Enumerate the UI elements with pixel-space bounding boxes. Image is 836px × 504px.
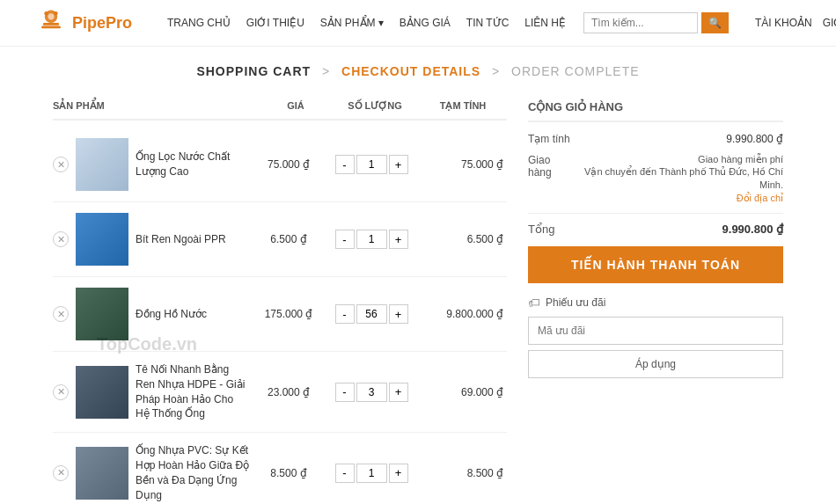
decrease-qty-button[interactable]: - bbox=[335, 464, 355, 483]
item-info: ✕ Ống Nhựa PVC: Sự Kết Hợp Hoàn Hảo Giữa… bbox=[53, 443, 250, 502]
item-image bbox=[76, 447, 128, 500]
sep2: > bbox=[492, 64, 500, 78]
item-total: 8.500 ₫ bbox=[419, 467, 507, 479]
item-info: ✕ Tê Nối Nhanh Bằng Ren Nhựa HDPE - Giải… bbox=[53, 362, 250, 421]
remove-item-button[interactable]: ✕ bbox=[53, 465, 69, 481]
logo[interactable]: PipePro bbox=[35, 7, 132, 39]
increase-qty-button[interactable]: + bbox=[389, 304, 408, 324]
item-total: 9.800.000 ₫ bbox=[419, 308, 507, 320]
step-complete[interactable]: ORDER COMPLETE bbox=[511, 64, 639, 78]
nav-news[interactable]: TIN TỨC bbox=[466, 17, 509, 29]
item-name: Bít Ren Ngoài PPR bbox=[136, 232, 226, 247]
item-image bbox=[76, 138, 128, 191]
table-row: ✕ Ống Nhựa PVC: Sự Kết Hợp Hoàn Hảo Giữa… bbox=[53, 433, 507, 504]
increase-qty-button[interactable]: + bbox=[389, 383, 408, 402]
breadcrumb: SHOPPING CART > CHECKOUT DETAILS > ORDER… bbox=[0, 47, 836, 91]
cart-link[interactable]: GIỎ HÀNG / 9 bbox=[823, 17, 836, 29]
nav-contact[interactable]: LIÊN HỆ bbox=[524, 17, 566, 29]
quantity-input[interactable] bbox=[356, 383, 387, 402]
item-info: ✕ Đồng Hồ Nước bbox=[53, 288, 250, 340]
quantity-input[interactable] bbox=[356, 230, 387, 249]
remove-item-button[interactable]: ✕ bbox=[53, 306, 69, 322]
tag-icon: 🏷 bbox=[528, 296, 540, 310]
subtotal-value: 9.990.800 ₫ bbox=[726, 133, 783, 145]
item-total: 75.000 ₫ bbox=[419, 158, 507, 171]
coupon-input[interactable] bbox=[528, 317, 783, 345]
search-button[interactable]: 🔍 bbox=[701, 12, 729, 33]
quantity-input[interactable] bbox=[356, 464, 387, 483]
nav-about[interactable]: GIỚI THIỆU bbox=[246, 17, 304, 29]
quantity-input[interactable] bbox=[356, 304, 387, 324]
decrease-qty-button[interactable]: - bbox=[335, 383, 355, 402]
nav-products[interactable]: SẢN PHẨM ▾ bbox=[320, 17, 384, 29]
total-value: 9.990.800 ₫ bbox=[722, 223, 783, 236]
search-area: 🔍 bbox=[583, 12, 729, 33]
step-shopping-cart[interactable]: SHOPPING CART bbox=[196, 64, 311, 78]
svg-rect-2 bbox=[43, 23, 59, 26]
quantity-control: - + bbox=[327, 155, 415, 174]
table-row: ✕ Đồng Hồ Nước 175.000 ₫ - + 9.800.000 ₫ bbox=[53, 277, 507, 352]
nav-price[interactable]: BẢNG GIÁ bbox=[400, 17, 451, 29]
account-link[interactable]: TÀI KHOẢN bbox=[755, 17, 812, 29]
increase-qty-button[interactable]: + bbox=[389, 155, 408, 174]
logo-text: PipePro bbox=[72, 14, 132, 33]
shipping-row: Giao hàng Giao hàng miễn phí Vận chuyển … bbox=[528, 154, 783, 204]
search-input[interactable] bbox=[583, 12, 698, 33]
col-product-label: SẢN PHẨM bbox=[53, 100, 260, 112]
quantity-control: - + bbox=[327, 304, 415, 324]
checkout-button[interactable]: TIẾN HÀNH THANH TOÁN bbox=[528, 246, 783, 283]
logo-icon bbox=[35, 7, 67, 39]
change-address-link[interactable]: Đổi địa chỉ bbox=[574, 193, 783, 204]
quantity-control: - + bbox=[327, 383, 415, 402]
increase-qty-button[interactable]: + bbox=[389, 464, 408, 483]
nav: TRANG CHỦ GIỚI THIỆU SẢN PHẨM ▾ BẢNG GIÁ… bbox=[167, 17, 566, 29]
nav-home[interactable]: TRANG CHỦ bbox=[167, 17, 231, 29]
coupon-label[interactable]: 🏷 Phiếu ưu đãi bbox=[528, 296, 783, 310]
item-image bbox=[76, 288, 128, 340]
svg-point-1 bbox=[48, 13, 54, 19]
remove-item-button[interactable]: ✕ bbox=[53, 157, 69, 172]
step-checkout[interactable]: CHECKOUT DETAILS bbox=[341, 64, 480, 78]
remove-item-button[interactable]: ✕ bbox=[53, 231, 69, 247]
svg-rect-3 bbox=[41, 26, 61, 29]
cart-header: SẢN PHẨM GIÁ SỐ LƯỢNG TẠM TÍNH bbox=[53, 100, 507, 121]
decrease-qty-button[interactable]: - bbox=[335, 230, 355, 249]
item-price: 75.000 ₫ bbox=[253, 158, 324, 171]
coupon-section: 🏷 Phiếu ưu đãi Áp dụng bbox=[528, 296, 783, 378]
quantity-input[interactable] bbox=[356, 155, 387, 174]
col-qty-label: SỐ LƯỢNG bbox=[331, 100, 419, 112]
subtotal-row: Tạm tính 9.990.800 ₫ bbox=[528, 133, 783, 145]
shipping-address: Vận chuyển đến Thành phố Thủ Đức, Hồ Chí… bbox=[574, 165, 783, 193]
decrease-qty-button[interactable]: - bbox=[335, 304, 355, 324]
item-image bbox=[76, 366, 128, 419]
main-content: SẢN PHẨM GIÁ SỐ LƯỢNG TẠM TÍNH ✕ Ống Lọc… bbox=[0, 91, 836, 504]
summary-title: CỘNG GIỎ HÀNG bbox=[528, 100, 783, 122]
item-info: ✕ Ống Lọc Nước Chất Lượng Cao bbox=[53, 138, 250, 191]
item-name: Ống Nhựa PVC: Sự Kết Hợp Hoàn Hảo Giữa Đ… bbox=[136, 443, 250, 502]
item-info: ✕ Bít Ren Ngoài PPR bbox=[53, 213, 250, 266]
shipping-free: Giao hàng miễn phí bbox=[574, 154, 783, 165]
remove-item-button[interactable]: ✕ bbox=[53, 384, 69, 400]
item-name: Ống Lọc Nước Chất Lượng Cao bbox=[136, 150, 250, 179]
table-row: ✕ Tê Nối Nhanh Bằng Ren Nhựa HDPE - Giải… bbox=[53, 352, 507, 433]
quantity-control: - + bbox=[327, 230, 415, 249]
item-price: 175.000 ₫ bbox=[253, 308, 324, 320]
apply-coupon-button[interactable]: Áp dụng bbox=[528, 350, 783, 378]
item-name: Tê Nối Nhanh Bằng Ren Nhựa HDPE - Giải P… bbox=[136, 362, 250, 421]
item-image bbox=[76, 213, 128, 266]
item-total: 6.500 ₫ bbox=[419, 233, 507, 245]
col-price-label: GIÁ bbox=[260, 100, 331, 112]
table-row: ✕ Ống Lọc Nước Chất Lượng Cao 75.000 ₫ -… bbox=[53, 128, 507, 202]
col-total-label: TẠM TÍNH bbox=[419, 100, 507, 112]
table-row: ✕ Bít Ren Ngoài PPR 6.500 ₫ - + 6.500 ₫ bbox=[53, 202, 507, 277]
increase-qty-button[interactable]: + bbox=[389, 230, 408, 249]
header-right: TÀI KHOẢN GIỎ HÀNG / 9 TOPCODE.VN bbox=[755, 15, 836, 31]
total-label: Tổng bbox=[528, 223, 554, 236]
header: PipePro TRANG CHỦ GIỚI THIỆU SẢN PHẨM ▾ … bbox=[0, 0, 836, 47]
shipping-info: Giao hàng miễn phí Vận chuyển đến Thành … bbox=[574, 154, 783, 204]
summary-section: CỘNG GIỎ HÀNG Tạm tính 9.990.800 ₫ Giao … bbox=[528, 100, 783, 504]
cart-items-list: ✕ Ống Lọc Nước Chất Lượng Cao 75.000 ₫ -… bbox=[53, 128, 507, 504]
decrease-qty-button[interactable]: - bbox=[335, 155, 355, 174]
subtotal-label: Tạm tính bbox=[528, 133, 570, 145]
item-price: 8.500 ₫ bbox=[253, 467, 324, 479]
